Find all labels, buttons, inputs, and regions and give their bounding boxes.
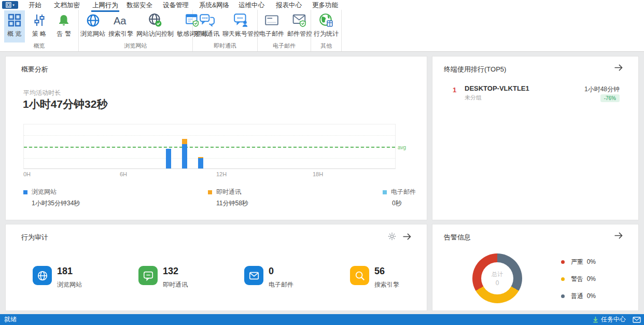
ribbon-group-im: 即时通讯 聊天账号管控 即时通讯 bbox=[193, 10, 258, 51]
arrow-right-icon[interactable] bbox=[402, 233, 412, 241]
stat-email[interactable]: 0电子邮件 bbox=[244, 266, 293, 289]
chevron-down-icon: ▾ bbox=[12, 3, 15, 7]
alert-legend-normal: 普通 0% bbox=[561, 292, 596, 301]
menu-tab-internet-behavior[interactable]: 上网行为 bbox=[92, 1, 118, 10]
donut-center: 总计 0 bbox=[481, 262, 513, 294]
ribbon: 概 览 策 略 告 警 概览 bbox=[0, 10, 644, 52]
ribbon-group-label: 其他 bbox=[311, 42, 341, 50]
ribbon-group-label: 浏览网站 bbox=[79, 42, 192, 50]
app-menu-button[interactable]: ▾ bbox=[2, 1, 18, 9]
legend-item-im: 即时通讯 11分钟58秒 bbox=[208, 188, 248, 208]
grid-icon bbox=[6, 12, 23, 29]
aa-icon: Aa bbox=[112, 12, 130, 29]
alert-info-panel: 告警信息 总计 0 严重 0% 警告 0% 普通 0% bbox=[432, 224, 639, 311]
chart-bar-9h bbox=[166, 149, 171, 168]
menu-bar: ▾ 开始 文档加密 上网行为 数据安全 设备管理 系统&网络 运维中心 报表中心… bbox=[0, 0, 644, 10]
magnifier-icon bbox=[350, 266, 369, 285]
ribbon-item-behavior-stats[interactable]: 行为统计 bbox=[312, 10, 340, 43]
legend-dot bbox=[561, 260, 565, 264]
mail-icon bbox=[263, 12, 281, 29]
globe-stats-icon bbox=[317, 12, 335, 29]
bell-icon bbox=[55, 12, 73, 29]
ribbon-group-web: 浏览网站 Aa 搜索引擎 网站访问控制 bbox=[79, 10, 193, 51]
download-icon bbox=[593, 316, 598, 323]
activity-bar-chart bbox=[23, 124, 396, 169]
arrow-right-icon[interactable] bbox=[613, 64, 624, 72]
chart-bar-10h bbox=[182, 139, 187, 168]
arrow-right-icon[interactable] bbox=[613, 232, 624, 239]
stat-im[interactable]: 132即时通讯 bbox=[138, 266, 188, 289]
summary-analysis-panel: 概要分析 平均活动时长 1小时47分钟32秒 avg 0H6H12H18H 浏览… bbox=[5, 56, 427, 220]
globe-icon bbox=[33, 266, 52, 285]
avg-reference-line bbox=[24, 147, 395, 148]
app-grid-icon bbox=[6, 2, 11, 8]
legend-swatch bbox=[383, 190, 387, 194]
avg-line-label: avg bbox=[398, 145, 406, 150]
alert-legend-warning: 警告 0% bbox=[561, 275, 596, 284]
menu-tab-doc-encrypt[interactable]: 文档加密 bbox=[54, 1, 80, 10]
chat-icon bbox=[198, 12, 216, 29]
task-center-button[interactable]: 任务中心 bbox=[593, 315, 626, 324]
panel-title: 告警信息 bbox=[444, 233, 471, 242]
mail-icon bbox=[244, 266, 263, 285]
x-tick: 12H bbox=[216, 171, 227, 177]
panel-title: 终端使用排行(TOP5) bbox=[444, 65, 506, 74]
x-axis: 0H6H12H18H bbox=[23, 171, 396, 178]
globe-icon bbox=[84, 12, 102, 29]
legend-dot bbox=[561, 294, 565, 298]
terminal-group: 未分组 bbox=[465, 94, 482, 102]
menu-tab-device-mgmt[interactable]: 设备管理 bbox=[163, 1, 189, 10]
ribbon-group-overview: 概 览 策 略 告 警 概览 bbox=[0, 10, 79, 51]
alert-legend-critical: 严重 0% bbox=[561, 258, 596, 266]
app-window: ▾ 开始 文档加密 上网行为 数据安全 设备管理 系统&网络 运维中心 报表中心… bbox=[0, 0, 644, 325]
avg-duration-label: 平均活动时长 bbox=[23, 89, 61, 97]
usage-time: 1小时48分钟 bbox=[584, 85, 620, 94]
chat-user-icon bbox=[232, 12, 250, 29]
chart-bar-11h bbox=[198, 157, 203, 168]
ribbon-item-search-engine[interactable]: Aa 搜索引擎 bbox=[107, 10, 135, 43]
ribbon-group-email: 电子邮件 邮件管控 电子邮件 bbox=[258, 10, 311, 51]
ribbon-item-overview[interactable]: 概 览 bbox=[4, 10, 25, 43]
delta-badge: -76% bbox=[600, 94, 620, 102]
stat-search-engine[interactable]: 56搜索引擎 bbox=[350, 266, 399, 289]
terminal-ranking-panel: 终端使用排行(TOP5) 1 DESKTOP-VLKTLE1 未分组 1小时48… bbox=[432, 56, 639, 220]
x-tick: 6H bbox=[120, 171, 127, 177]
top-band: ▾ 开始 文档加密 上网行为 数据安全 设备管理 系统&网络 运维中心 报表中心… bbox=[0, 0, 644, 52]
ribbon-item-browse-web[interactable]: 浏览网站 bbox=[79, 10, 107, 43]
ribbon-item-im[interactable]: 即时通讯 bbox=[193, 10, 221, 43]
panel-title: 概要分析 bbox=[21, 65, 48, 74]
behavior-audit-panel: 行为审计 181浏览网站 132即时通讯 0电子邮件 bbox=[5, 224, 427, 311]
menu-tab-system-network[interactable]: 系统&网络 bbox=[199, 1, 229, 10]
mail-shield-icon bbox=[291, 12, 309, 29]
status-bar: 就绪 任务中心 bbox=[0, 314, 644, 325]
message-icon[interactable] bbox=[633, 317, 641, 323]
ribbon-item-web-access-control[interactable]: 网站访问控制 bbox=[135, 10, 175, 43]
menu-tab-more[interactable]: 更多功能 bbox=[312, 1, 338, 10]
status-ready: 就绪 bbox=[4, 315, 17, 324]
panel-title: 行为审计 bbox=[21, 233, 48, 242]
x-tick: 18H bbox=[313, 171, 323, 177]
menu-tab-start[interactable]: 开始 bbox=[29, 1, 41, 10]
globe-check-icon bbox=[146, 12, 164, 29]
stat-browse-web[interactable]: 181浏览网站 bbox=[33, 266, 82, 289]
legend-item-web: 浏览网站 1小时35分钟34秒 bbox=[23, 188, 80, 208]
x-tick: 0H bbox=[23, 171, 31, 177]
rank-number: 1 bbox=[453, 86, 456, 94]
menu-tab-data-security[interactable]: 数据安全 bbox=[127, 1, 152, 10]
sliders-icon bbox=[31, 12, 48, 29]
ribbon-item-email[interactable]: 电子邮件 bbox=[258, 10, 286, 43]
ribbon-group-label: 电子邮件 bbox=[258, 42, 311, 50]
ribbon-item-chat-account-control[interactable]: 聊天账号管控 bbox=[221, 10, 261, 43]
legend-dot bbox=[561, 277, 565, 281]
chat-icon bbox=[138, 266, 158, 285]
gear-icon[interactable] bbox=[387, 232, 397, 241]
menu-tab-ops-center[interactable]: 运维中心 bbox=[239, 1, 264, 10]
menu-tab-report-center[interactable]: 报表中心 bbox=[276, 1, 302, 10]
ribbon-group-label: 概览 bbox=[0, 42, 78, 50]
svg-text:Aa: Aa bbox=[114, 15, 127, 26]
ribbon-item-alert[interactable]: 告 警 bbox=[53, 10, 74, 43]
ribbon-item-mail-control[interactable]: 邮件管控 bbox=[286, 10, 314, 43]
ribbon-item-policy[interactable]: 策 略 bbox=[29, 10, 50, 43]
legend-item-email: 电子邮件 0秒 bbox=[383, 188, 416, 208]
terminal-name: DESKTOP-VLKTLE1 bbox=[465, 84, 529, 92]
